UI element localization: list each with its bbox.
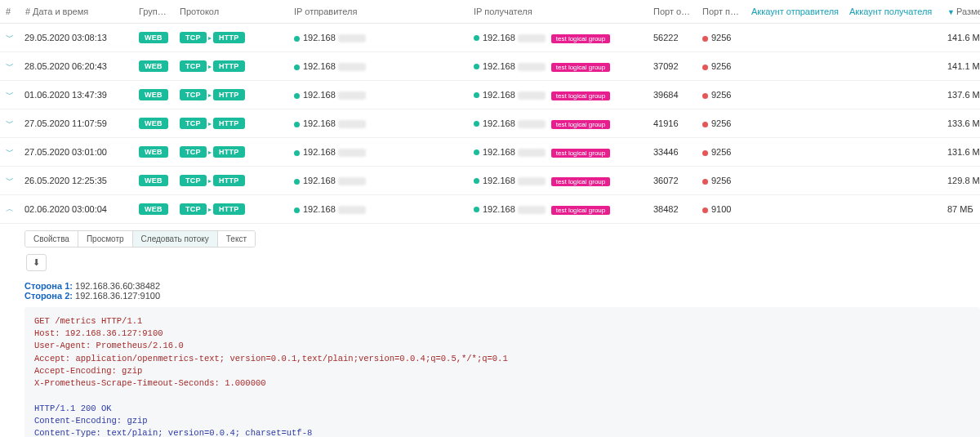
cell-sender-account	[746, 138, 844, 167]
tab-view[interactable]: Просмотр	[78, 231, 133, 247]
cell-protocol: TCP▸HTTP	[175, 52, 289, 81]
status-dot-icon	[294, 93, 300, 99]
chevron-down-icon[interactable]: ﹀	[6, 175, 14, 186]
status-dot-icon	[474, 149, 479, 155]
badge-web: WEB	[139, 175, 168, 186]
cell-sender-port: 33446	[648, 138, 697, 167]
cell-receiver-account	[844, 109, 942, 138]
badge-http: HTTP	[213, 89, 245, 100]
col-receiver-ip[interactable]: IP получателя	[469, 0, 648, 24]
col-receiver-account[interactable]: Аккаунт получателя	[844, 0, 942, 24]
cell-size: 87 МБ	[942, 195, 980, 224]
protocol-arrow-icon: ▸	[208, 177, 212, 185]
cell-sender-account	[746, 24, 844, 52]
cell-sender-account	[746, 167, 844, 195]
col-sender-ip[interactable]: IP отправителя	[289, 0, 469, 24]
status-dot-icon	[474, 178, 479, 184]
table-header-row: # #Дата и время Группа про… Протокол IP …	[0, 0, 980, 24]
cell-sender-port: 37092	[648, 52, 697, 81]
cell-size: 133.6 МБ	[942, 109, 980, 138]
table-row[interactable]: ﹀27.05.2020 11:07:59WEBTCP▸HTTP192.16819…	[0, 109, 980, 138]
badge-http: HTTP	[213, 32, 245, 43]
badge-logical-group: test logical group	[551, 34, 610, 43]
badge-web: WEB	[139, 146, 168, 158]
raw-stream-content[interactable]: GET /metrics HTTP/1.1 Host: 192.168.36.1…	[24, 307, 980, 437]
table-row[interactable]: ﹀29.05.2020 03:08:13WEBTCP▸HTTP192.16819…	[0, 24, 980, 52]
status-dot-icon	[294, 207, 300, 213]
badge-web: WEB	[139, 203, 168, 215]
badge-logical-group: test logical group	[551, 177, 610, 186]
side1-label: Сторона 1:	[24, 281, 73, 291]
badge-tcp: TCP	[180, 60, 207, 72]
cell-receiver-account	[844, 81, 942, 109]
col-receiver-port[interactable]: Порт по…	[697, 0, 746, 24]
protocol-arrow-icon: ▸	[208, 91, 212, 99]
cell-datetime: 28.05.2020 06:20:43	[20, 52, 134, 81]
badge-logical-group: test logical group	[551, 120, 610, 129]
cell-size: 131.6 МБ	[942, 138, 980, 167]
sort-indicator-icon: ▼	[947, 8, 955, 16]
detail-tabs: Свойства Просмотр Следовать потоку Текст	[24, 230, 256, 247]
ip-redacted	[518, 206, 546, 214]
badge-http: HTTP	[213, 175, 245, 186]
badge-http: HTTP	[213, 146, 245, 158]
badge-logical-group: test logical group	[551, 63, 610, 72]
download-icon: ⬇	[33, 257, 40, 267]
tab-text[interactable]: Текст	[218, 231, 255, 247]
chevron-down-icon[interactable]: ﹀	[6, 60, 14, 72]
cell-sender-port: 36072	[648, 167, 697, 195]
col-group[interactable]: Группа про…	[134, 0, 175, 24]
cell-group: WEB	[134, 195, 175, 224]
col-sender-port[interactable]: Порт от…	[648, 0, 697, 24]
table-row[interactable]: ﹀27.05.2020 03:01:00WEBTCP▸HTTP192.16819…	[0, 138, 980, 167]
cell-receiver-port: 9256	[697, 81, 746, 109]
col-sender-account[interactable]: Аккаунт отправителя	[746, 0, 844, 24]
chevron-down-icon[interactable]: ﹀	[6, 32, 14, 43]
cell-receiver-port: 9256	[697, 167, 746, 195]
tab-follow-stream[interactable]: Следовать потоку	[133, 231, 218, 247]
badge-tcp: TCP	[180, 118, 207, 129]
cell-sender-ip: 192.168	[289, 24, 469, 52]
table-row[interactable]: ﹀26.05.2020 12:25:35WEBTCP▸HTTP192.16819…	[0, 167, 980, 195]
cell-protocol: TCP▸HTTP	[175, 195, 289, 224]
cell-receiver-ip: 192.168test logical group	[469, 81, 648, 109]
cell-sender-account	[746, 109, 844, 138]
table-row[interactable]: ︿02.06.2020 03:00:04WEBTCP▸HTTP192.16819…	[0, 195, 980, 224]
cell-group: WEB	[134, 24, 175, 52]
cell-datetime: 27.05.2020 03:01:00	[20, 138, 134, 167]
table-row[interactable]: ﹀28.05.2020 06:20:43WEBTCP▸HTTP192.16819…	[0, 52, 980, 81]
status-dot-icon	[294, 150, 300, 156]
cell-sender-ip: 192.168	[289, 109, 469, 138]
cell-datetime: 29.05.2020 03:08:13	[20, 24, 134, 52]
cell-sender-ip: 192.168	[289, 81, 469, 109]
stream-sides: Сторона 1: 192.168.36.60:38482 Сторона 2…	[24, 281, 980, 301]
ip-redacted	[338, 63, 366, 71]
col-protocol[interactable]: Протокол	[175, 0, 289, 24]
badge-tcp: TCP	[180, 146, 207, 158]
cell-protocol: TCP▸HTTP	[175, 81, 289, 109]
cell-size: 137.6 МБ	[942, 81, 980, 109]
cell-receiver-ip: 192.168test logical group	[469, 52, 648, 81]
badge-web: WEB	[139, 89, 168, 100]
col-size[interactable]: ▼Размер (Б)	[942, 0, 980, 24]
cell-sender-account	[746, 81, 844, 109]
protocol-arrow-icon: ▸	[208, 120, 212, 127]
chevron-down-icon[interactable]: ﹀	[6, 118, 14, 129]
status-dot-icon	[474, 92, 479, 98]
cell-group: WEB	[134, 109, 175, 138]
badge-http: HTTP	[213, 118, 245, 129]
cell-sender-port: 39684	[648, 81, 697, 109]
col-datetime[interactable]: #Дата и время	[20, 0, 134, 24]
badge-tcp: TCP	[180, 32, 207, 43]
col-expand[interactable]: #	[0, 0, 20, 24]
chevron-up-icon[interactable]: ︿	[6, 203, 14, 215]
status-dot-icon	[702, 93, 708, 99]
table-row[interactable]: ﹀01.06.2020 13:47:39WEBTCP▸HTTP192.16819…	[0, 81, 980, 109]
download-button[interactable]: ⬇	[26, 254, 47, 271]
tab-properties[interactable]: Свойства	[25, 231, 78, 247]
chevron-down-icon[interactable]: ﹀	[6, 89, 14, 100]
side1-value: 192.168.36.60:38482	[75, 281, 160, 291]
cell-sender-ip: 192.168	[289, 138, 469, 167]
chevron-down-icon[interactable]: ﹀	[6, 146, 14, 158]
status-dot-icon	[474, 207, 479, 212]
